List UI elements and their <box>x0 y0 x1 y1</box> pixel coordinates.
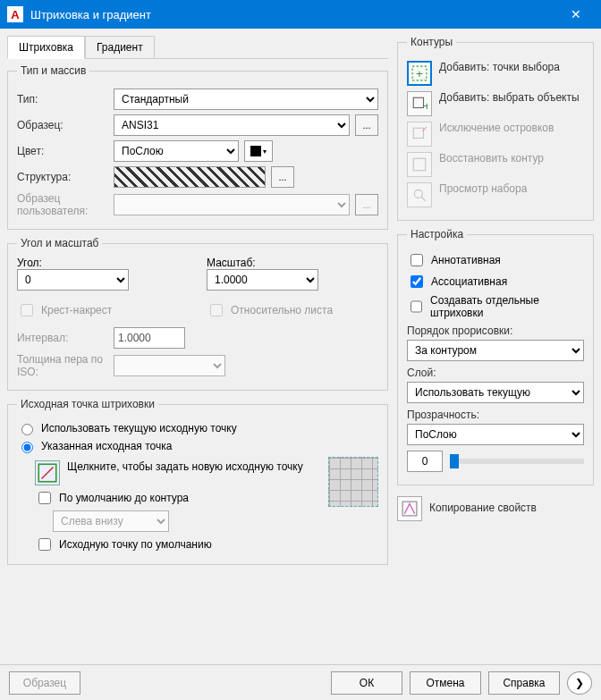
close-icon[interactable]: ✕ <box>558 0 594 29</box>
set-origin-label: Щелкните, чтобы задать новую исходную то… <box>67 460 303 473</box>
store-default-label: Исходную точку по умолчанию <box>59 538 212 551</box>
transparency-label: Прозрачность: <box>407 409 584 421</box>
titlebar: A Штриховка и градиент ✕ <box>0 0 601 29</box>
associative-label: Ассоциативная <box>431 275 507 288</box>
add-select-button[interactable]: + <box>407 91 432 116</box>
iso-label: Толщина пера по ISO: <box>17 353 108 378</box>
svg-rect-5 <box>413 128 423 138</box>
inherit-button[interactable] <box>397 496 422 521</box>
pattern-select[interactable]: ANSI31 <box>114 114 350 136</box>
cancel-button[interactable]: Отмена <box>410 671 481 695</box>
group-boundaries: Контуры + Добавить: точки выбора + Добав… <box>397 36 594 221</box>
svg-rect-7 <box>413 158 426 171</box>
iso-select <box>114 355 225 376</box>
footer: Образец ОК Отмена Справка ❯ <box>0 664 601 700</box>
remove-button <box>407 122 432 147</box>
group-options: Настройка Аннотативная Ассоциативная Соз… <box>397 228 594 485</box>
window-title: Штриховка и градиент <box>30 8 558 21</box>
legend-options: Настройка <box>407 228 467 240</box>
default-bound-checkbox[interactable] <box>38 492 51 504</box>
add-select-label: Добавить: выбрать объекты <box>439 91 580 104</box>
annotative-checkbox[interactable] <box>411 254 423 266</box>
scale-label: Масштаб: <box>207 257 378 269</box>
legend-origin: Исходная точка штриховки <box>17 398 158 410</box>
add-pick-button[interactable]: + <box>407 61 432 86</box>
separate-label: Создавать отдельные штриховки <box>430 294 584 319</box>
legend-boundaries: Контуры <box>407 36 456 48</box>
draw-order-label: Порядок прорисовки: <box>407 325 584 337</box>
ok-button[interactable]: ОК <box>331 671 402 695</box>
rel-paper-label: Относительно листа <box>231 304 333 316</box>
remove-label: Исключение островков <box>439 122 554 134</box>
group-angle-scale: Угол и масштаб Угол: 0 Масштаб: 1.0000 К… <box>7 237 388 391</box>
swatch-preview[interactable] <box>114 166 266 188</box>
specified-radio[interactable] <box>21 442 33 453</box>
tabs: Штриховка Градиент <box>7 36 388 59</box>
store-default-checkbox[interactable] <box>38 538 51 551</box>
inherit-label: Копирование свойств <box>429 496 537 514</box>
tab-hatch[interactable]: Штриховка <box>7 36 85 59</box>
color-picker-button[interactable] <box>244 140 273 162</box>
svg-point-8 <box>414 190 422 198</box>
scale-select[interactable]: 1.0000 <box>207 269 318 291</box>
custom-pattern-select <box>114 194 350 215</box>
color-select[interactable]: ПоСлою <box>114 140 239 162</box>
add-pick-label: Добавить: точки выбора <box>439 61 560 73</box>
help-button[interactable]: Справка <box>488 671 560 695</box>
angle-select[interactable]: 0 <box>17 269 129 291</box>
group-type-array: Тип и массив Тип: Стандартный Образец: A… <box>7 64 388 230</box>
svg-line-9 <box>421 197 426 201</box>
set-origin-button[interactable] <box>35 460 60 485</box>
default-bound-label: По умолчанию до контура <box>59 492 189 504</box>
type-label: Тип: <box>17 93 108 105</box>
legend-angle-scale: Угол и масштаб <box>17 237 102 249</box>
transparency-input[interactable] <box>407 451 443 472</box>
use-current-radio[interactable] <box>21 424 33 435</box>
recreate-button <box>407 152 432 177</box>
group-origin: Исходная точка штриховки Использовать те… <box>7 398 388 565</box>
recreate-label: Восстановить контур <box>439 152 544 164</box>
origin-position-select: Слева внизу <box>53 510 169 532</box>
color-label: Цвет: <box>17 145 108 157</box>
view-sel-button <box>407 182 432 207</box>
swatch-browse-button[interactable]: ... <box>271 166 294 188</box>
angle-label: Угол: <box>17 257 189 269</box>
app-icon: A <box>7 6 23 22</box>
legend-type-array: Тип и массив <box>17 64 89 77</box>
view-sel-label: Просмотр набора <box>439 182 527 195</box>
tab-gradient[interactable]: Градиент <box>85 36 155 58</box>
expand-button[interactable]: ❯ <box>567 671 592 695</box>
svg-text:+: + <box>416 67 423 80</box>
draw-order-select[interactable]: За контуром <box>407 340 584 361</box>
layer-select[interactable]: Использовать текущую <box>407 382 584 403</box>
specified-label: Указанная исходная точка <box>41 440 172 452</box>
associative-checkbox[interactable] <box>411 275 423 288</box>
transparency-select[interactable]: ПоСлою <box>407 424 584 445</box>
type-select[interactable]: Стандартный <box>114 89 378 110</box>
separate-checkbox[interactable] <box>411 300 422 313</box>
double-label: Крест-накрест <box>41 304 112 316</box>
svg-text:+: + <box>424 99 428 112</box>
custom-browse-button: ... <box>355 194 378 215</box>
swatch-label: Структура: <box>17 171 108 183</box>
annotative-label: Аннотативная <box>431 254 501 266</box>
transparency-slider[interactable] <box>450 459 584 464</box>
pattern-label: Образец: <box>17 119 108 131</box>
use-current-label: Использовать текущую исходную точку <box>41 422 237 434</box>
svg-rect-3 <box>413 97 423 107</box>
spacing-label: Интервал: <box>17 332 108 344</box>
pattern-browse-button[interactable]: ... <box>355 114 378 136</box>
layer-label: Слой: <box>407 367 584 379</box>
rel-paper-checkbox <box>210 304 223 316</box>
custom-pattern-label: Образец пользователя: <box>17 192 108 217</box>
spacing-input <box>114 327 185 349</box>
double-checkbox <box>21 304 33 316</box>
preview-button: Образец <box>9 671 80 695</box>
origin-preview <box>328 457 378 507</box>
